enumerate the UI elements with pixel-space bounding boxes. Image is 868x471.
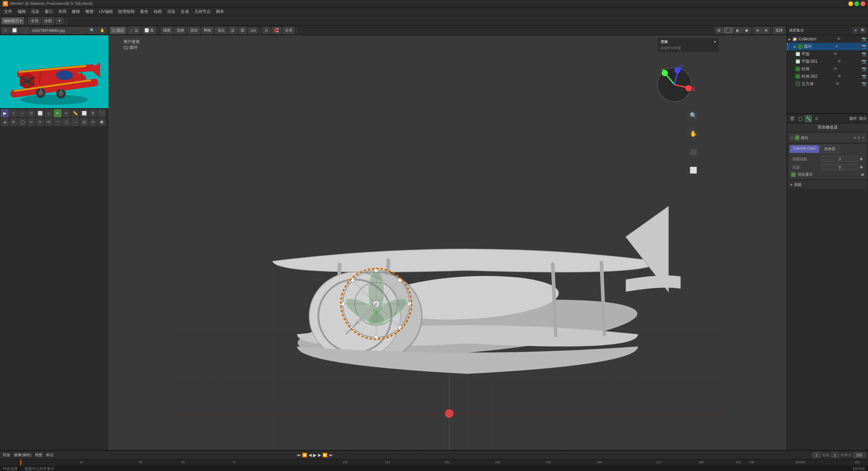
editmode-select-btn[interactable]: ◻ 顶点 xyxy=(110,27,126,34)
menu-窗口[interactable]: 窗口 xyxy=(42,8,56,15)
offset-tool[interactable]: ◯ xyxy=(18,118,26,126)
editmode-edge-btn[interactable]: ／ 边 xyxy=(127,27,141,34)
menu-文件[interactable]: 文件 xyxy=(1,8,15,15)
tl-jump-start[interactable]: ⏮ xyxy=(297,453,301,457)
editmode-face-btn[interactable]: ⬜ 面 xyxy=(142,27,156,34)
add-menu[interactable]: 添加 xyxy=(188,27,200,34)
render-level-keyframe[interactable] xyxy=(860,166,863,169)
knife-tool[interactable]: ✂ xyxy=(27,118,35,126)
plane-cam[interactable]: 📷 xyxy=(862,52,867,56)
measure-tool[interactable]: 📏 xyxy=(71,109,79,117)
prop-icon-ring[interactable]: ◯ xyxy=(796,115,804,122)
prop-icon-subdivide[interactable]: ⚙ xyxy=(813,115,820,122)
add-modifier-label[interactable]: 添加修改器 xyxy=(817,124,838,130)
tl-camera-label[interactable]: 摄像(摄机) xyxy=(14,452,31,457)
ring-eye[interactable]: 👁 xyxy=(835,44,839,49)
timeline-bar[interactable]: 1 10 50 60 70 100 110 130 140 150 160 17… xyxy=(0,459,868,471)
snap-btn[interactable]: 🧲 xyxy=(272,27,281,34)
menu-建模[interactable]: 建模 xyxy=(69,8,83,15)
shrink-fatten[interactable]: ⊞ xyxy=(80,118,88,126)
proportional-edit[interactable]: ⊙ xyxy=(262,27,270,34)
transform-arrow[interactable]: ▾ xyxy=(714,40,716,44)
plane001-cam[interactable]: 📷 xyxy=(862,59,867,64)
tl-next-keyframe[interactable]: ▶ xyxy=(318,453,321,457)
edit-mode-dropdown[interactable]: 编辑模式 ▾ xyxy=(1,17,24,24)
close-button[interactable] xyxy=(861,1,865,6)
outliner-item-ring[interactable]: ▶ ◯ 圆环 👁 📷 xyxy=(787,43,868,50)
menu-编辑[interactable]: 编辑 xyxy=(15,8,28,15)
menu-合成[interactable]: 合成 xyxy=(178,8,192,15)
prop-icon-modifier[interactable]: 🔧 xyxy=(805,115,812,122)
minimize-button[interactable] xyxy=(848,1,853,6)
annotate-tool[interactable]: ✏ xyxy=(54,109,62,117)
render-level-value[interactable]: 3 xyxy=(822,164,858,170)
polypen-tool[interactable]: ✦ xyxy=(36,118,44,126)
toolbar-global-全部[interactable]: 全部 xyxy=(42,17,54,24)
menu-UV编辑[interactable]: UV编辑 xyxy=(96,8,116,15)
tl-next-frame[interactable]: ⏩ xyxy=(322,453,328,457)
tl-marker-label[interactable]: 标记 xyxy=(46,452,54,457)
viewport-shading-rendered[interactable]: ◉ xyxy=(743,27,751,34)
edge-menu[interactable]: 边 xyxy=(229,27,237,34)
end-frame-display[interactable]: 250 xyxy=(853,452,865,458)
menu-着色[interactable]: 着色 xyxy=(137,8,151,15)
outliner-item-cube[interactable]: · ⬛ 立方体 👁 📷 xyxy=(787,80,868,87)
optimize-keyframe[interactable] xyxy=(861,173,864,176)
catmull-clark-btn[interactable]: Catmull-Clark xyxy=(790,145,819,153)
cyl002-eye[interactable]: 👁 xyxy=(837,74,842,79)
view-menu[interactable]: 视图 xyxy=(161,27,173,34)
ring-cam[interactable]: 📷 xyxy=(862,44,867,49)
current-frame-display[interactable]: 1 xyxy=(812,452,821,458)
outliner-item-plane[interactable]: · ⬜ 平面 👁 📷 xyxy=(787,50,868,58)
overlay-btn[interactable]: ⬛ xyxy=(20,27,29,34)
outliner-item-cyl002[interactable]: · ⬡ 柱体.002 👁 📷 xyxy=(787,73,868,80)
move-tool[interactable]: ↔ xyxy=(18,109,26,117)
face-menu[interactable]: 面 xyxy=(238,27,247,34)
toolbar-global-全局[interactable]: 全局 xyxy=(28,17,41,24)
collection-cam[interactable]: 📷 xyxy=(862,37,867,41)
cube-cam[interactable]: 📷 xyxy=(862,81,867,86)
extrude-tool[interactable]: ⬆ xyxy=(89,109,97,117)
tl-play-btn[interactable]: ▶ xyxy=(313,452,317,458)
image-name-input[interactable] xyxy=(30,27,87,34)
gizmo-toggle[interactable]: ⊕ xyxy=(762,27,770,34)
tl-jump-end[interactable]: ⏭ xyxy=(329,453,333,457)
menu-布局[interactable]: 布局 xyxy=(56,8,69,15)
viewport-shading-solid[interactable]: ⬛ xyxy=(724,27,733,34)
plane001-eye[interactable]: 👁 xyxy=(837,59,842,64)
vertex-menu[interactable]: 顶点 xyxy=(215,27,227,34)
randomize-tool[interactable]: ⬡ xyxy=(62,118,71,126)
tl-prev-keyframe[interactable]: ◀ xyxy=(309,453,312,457)
transform-pivot[interactable]: 全局 xyxy=(282,27,295,34)
rip-tool[interactable]: ⬢ xyxy=(98,118,106,126)
viewport-shading-material[interactable]: ◐ xyxy=(734,27,742,34)
tl-view-label[interactable]: 视图 xyxy=(35,452,42,457)
viewport-level-value[interactable]: 3 xyxy=(822,156,858,162)
outliner-collection[interactable]: ▶ 📁 Collection 👁 📷 xyxy=(787,35,868,43)
select-menu[interactable]: 选择 xyxy=(174,27,186,34)
viewport-3d[interactable]: ◻ 顶点 ／ 边 ⬜ 面 视图 选择 添加 网格 顶点 边 面 UV ⊙ 🧲 全… xyxy=(108,26,787,450)
start-frame-display[interactable]: 1 xyxy=(831,452,839,458)
smooth-tool[interactable]: 〰 xyxy=(54,118,62,126)
menu-渲染[interactable]: 渲染 xyxy=(164,8,178,15)
collection-eye[interactable]: 👁 xyxy=(837,37,841,41)
bevel-tool[interactable]: ◈ xyxy=(1,118,9,126)
prop-icon-render[interactable]: 🎬 xyxy=(788,115,796,122)
viewport-shading-wire[interactable]: ⊞ xyxy=(715,27,723,34)
scale-tool[interactable]: ⬜ xyxy=(36,109,44,117)
menu-动画[interactable]: 动画 xyxy=(151,8,164,15)
hand-btn[interactable]: ✋ xyxy=(98,27,107,34)
mesh-menu[interactable]: 网格 xyxy=(201,27,214,34)
outliner-search[interactable]: 🔍 xyxy=(860,27,866,34)
modifier-apply-btn[interactable]: ▾ xyxy=(854,136,856,140)
plane-eye[interactable]: 👁 xyxy=(833,52,837,56)
shear-tool[interactable]: ⬲ xyxy=(89,118,97,126)
cyl-cam[interactable]: 📷 xyxy=(862,66,867,71)
view-type-btn[interactable]: ◻ xyxy=(1,27,9,34)
modifier-settings-btn[interactable]: ⚙ xyxy=(857,136,861,140)
menu-纹理绘制[interactable]: 纹理绘制 xyxy=(116,8,137,15)
uv-menu[interactable]: UV xyxy=(248,27,258,34)
outliner-item-plane001[interactable]: · ⬜ 平面.001 👁 📷 xyxy=(787,58,868,65)
edge-slide[interactable]: → xyxy=(71,118,79,126)
loop-cut-tool[interactable]: ⟳ xyxy=(9,118,18,126)
